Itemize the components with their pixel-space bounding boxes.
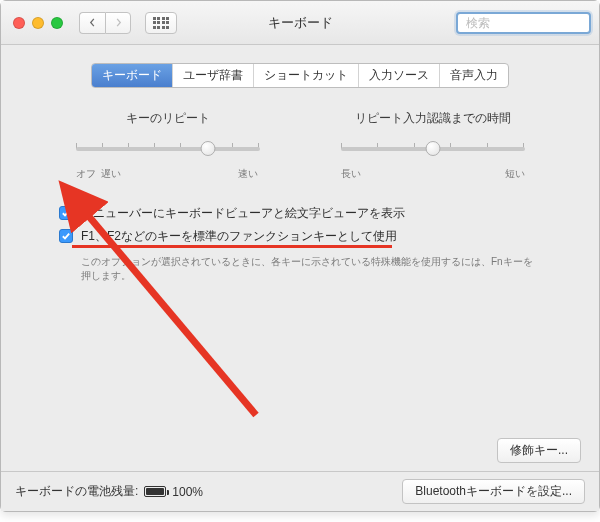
nav-buttons xyxy=(79,12,131,34)
battery-pct: 100% xyxy=(172,485,203,499)
tab-dictation[interactable]: 音声入力 xyxy=(440,64,508,87)
content-area: キーボード ユーザ辞書 ショートカット 入力ソース 音声入力 キーのリピート オ… xyxy=(1,45,599,471)
titlebar: キーボード xyxy=(1,1,599,45)
modifier-keys-area: 修飾キー... xyxy=(497,438,581,463)
battery-icon xyxy=(144,486,166,497)
search-field[interactable] xyxy=(456,12,591,34)
zoom-icon[interactable] xyxy=(51,17,63,29)
fn-keys-option[interactable]: F1、F2などのキーを標準のファンクションキーとして使用 このオプションが選択さ… xyxy=(59,228,541,283)
key-repeat-scale: オフ 遅い 速い xyxy=(76,167,260,181)
key-repeat-label: キーのリピート xyxy=(76,110,260,127)
sliders-row: キーのリピート オフ 遅い 速い リピート入力認識までの時間 xyxy=(15,106,585,197)
modifier-keys-button[interactable]: 修飾キー... xyxy=(497,438,581,463)
annotation-underline xyxy=(72,245,392,248)
search-input[interactable] xyxy=(466,16,600,30)
tab-input-sources[interactable]: 入力ソース xyxy=(359,64,440,87)
show-viewers-checkbox[interactable] xyxy=(59,206,73,220)
fn-keys-label: F1、F2などのキーを標準のファンクションキーとして使用 xyxy=(81,228,397,245)
repeat-delay-slider[interactable] xyxy=(341,135,525,165)
show-all-button[interactable] xyxy=(145,12,177,34)
fn-keys-note: このオプションが選択されているときに、各キーに示されている特殊機能を使用するには… xyxy=(59,255,541,283)
battery-status: キーボードの電池残量: 100% xyxy=(15,483,203,500)
repeat-delay-label: リピート入力認識までの時間 xyxy=(341,110,525,127)
traffic-lights xyxy=(13,17,63,29)
forward-button[interactable] xyxy=(105,12,131,34)
back-button[interactable] xyxy=(79,12,105,34)
repeat-delay-scale: 長い 短い xyxy=(341,167,525,181)
tab-bar: キーボード ユーザ辞書 ショートカット 入力ソース 音声入力 xyxy=(91,63,509,88)
show-viewers-label: メニューバーにキーボードビューアと絵文字ビューアを表示 xyxy=(81,205,405,222)
footer: キーボードの電池残量: 100% Bluetoothキーボードを設定... xyxy=(1,471,599,511)
minimize-icon[interactable] xyxy=(32,17,44,29)
key-repeat-slider[interactable] xyxy=(76,135,260,165)
key-repeat-group: キーのリピート オフ 遅い 速い xyxy=(76,110,260,181)
bluetooth-setup-button[interactable]: Bluetoothキーボードを設定... xyxy=(402,479,585,504)
check-icon xyxy=(61,208,71,218)
close-icon[interactable] xyxy=(13,17,25,29)
show-viewers-option[interactable]: メニューバーにキーボードビューアと絵文字ビューアを表示 xyxy=(59,205,541,222)
tab-shortcuts[interactable]: ショートカット xyxy=(254,64,359,87)
fn-keys-checkbox[interactable] xyxy=(59,229,73,243)
key-repeat-knob[interactable] xyxy=(200,141,215,156)
options-section: メニューバーにキーボードビューアと絵文字ビューアを表示 F1、F2などのキーを標… xyxy=(15,197,585,283)
keyboard-prefs-window: キーボード キーボード ユーザ辞書 ショートカット 入力ソース 音声入力 キーの… xyxy=(0,0,600,512)
repeat-delay-group: リピート入力認識までの時間 長い 短い xyxy=(341,110,525,181)
battery-label: キーボードの電池残量: xyxy=(15,483,138,500)
repeat-delay-knob[interactable] xyxy=(425,141,440,156)
tab-keyboard[interactable]: キーボード xyxy=(92,64,173,87)
tab-user-dictionary[interactable]: ユーザ辞書 xyxy=(173,64,254,87)
check-icon xyxy=(61,231,71,241)
